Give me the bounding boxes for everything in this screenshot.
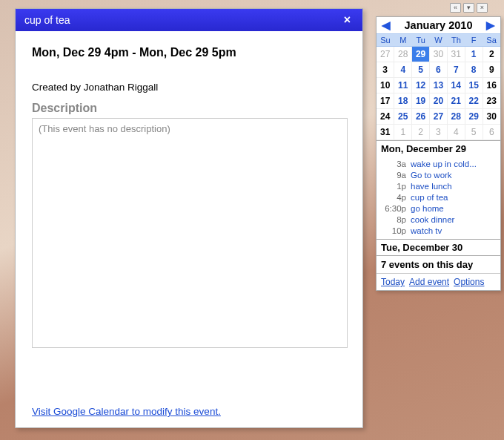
calendar-day-cell[interactable]: 2: [412, 125, 430, 140]
calendar-footer: Today Add event Options: [377, 273, 500, 290]
calendar-day-cell[interactable]: 9: [483, 62, 500, 78]
gadget-more-icon[interactable]: ▾: [463, 3, 474, 13]
calendar-day-cell[interactable]: 21: [447, 93, 465, 109]
calendar-day-cell[interactable]: 4: [447, 125, 465, 140]
event-creator: Created by Jonathan Riggall: [32, 82, 348, 93]
calendar-day-cell[interactable]: 27: [377, 47, 394, 62]
event-time: 3a: [377, 160, 411, 168]
weekday-cell: Tu: [412, 34, 430, 46]
event-time: 4p: [377, 193, 411, 202]
calendar-day-cell[interactable]: 15: [465, 78, 483, 93]
calendar-day-cell[interactable]: 30: [430, 47, 448, 62]
event-row[interactable]: 3awake up in cold...: [377, 158, 500, 169]
event-time: 9a: [377, 171, 411, 180]
event-row[interactable]: 9aGo to work: [377, 169, 500, 180]
event-title[interactable]: Go to work: [411, 171, 497, 180]
calendar-day-cell[interactable]: 5: [465, 125, 483, 140]
calendar-day-cell[interactable]: 31: [377, 125, 394, 140]
calendar-day-cell[interactable]: 31: [447, 47, 465, 62]
event-time: 6:30p: [377, 204, 411, 213]
calendar-day-cell[interactable]: 25: [394, 109, 412, 125]
calendar-day-cell[interactable]: 30: [483, 109, 500, 125]
calendar-day-cell[interactable]: 6: [483, 125, 500, 140]
calendar-day-cell[interactable]: 11: [394, 78, 412, 93]
event-row[interactable]: 6:30pgo home: [377, 203, 500, 214]
calendar-day-cell[interactable]: 19: [412, 93, 430, 109]
event-titlebar: cup of tea ×: [16, 9, 362, 31]
weekday-cell: Th: [447, 34, 465, 46]
add-event-link[interactable]: Add event: [409, 277, 449, 287]
event-title[interactable]: go home: [411, 204, 497, 213]
event-time: 10p: [377, 226, 411, 235]
options-link[interactable]: Options: [454, 277, 484, 287]
description-placeholder: (This event has no description): [39, 123, 170, 134]
event-row[interactable]: 1phave lunch: [377, 180, 500, 191]
calendar-day-cell[interactable]: 24: [377, 109, 394, 125]
calendar-day-cell[interactable]: 22: [465, 93, 483, 109]
gadget-close-icon[interactable]: ×: [477, 3, 488, 13]
description-box: (This event has no description): [32, 118, 348, 348]
calendar-day-cell[interactable]: 16: [483, 78, 500, 93]
calendar-day-cell[interactable]: 5: [412, 62, 430, 78]
month-label: January 2010: [405, 19, 473, 31]
weekday-cell: Sa: [483, 34, 500, 46]
calendar-day-cell[interactable]: 3: [377, 62, 394, 78]
calendar-gadget: ◀ January 2010 ▶ SuMTuWThFSa 27282930311…: [376, 16, 501, 291]
calendar-day-cell[interactable]: 23: [483, 93, 500, 109]
event-row[interactable]: 4pcup of tea: [377, 191, 500, 203]
gadget-prev-icon[interactable]: «: [450, 3, 461, 13]
calendar-day-cell[interactable]: 13: [430, 78, 448, 93]
event-title[interactable]: have lunch: [411, 182, 497, 191]
calendar-header: ◀ January 2010 ▶: [377, 17, 500, 33]
calendar-day-cell[interactable]: 12: [412, 78, 430, 93]
calendar-day-cell[interactable]: 6: [430, 62, 448, 78]
weekday-cell: Su: [377, 34, 394, 46]
calendar-day-cell[interactable]: 10: [377, 78, 394, 93]
event-title[interactable]: cup of tea: [411, 193, 497, 202]
day-events-list: 3awake up in cold...9aGo to work1phave l…: [377, 157, 500, 239]
event-time: 8p: [377, 215, 411, 224]
calendar-day-cell[interactable]: 4: [394, 62, 412, 78]
calendar-day-cell[interactable]: 3: [430, 125, 448, 140]
calendar-day-cell[interactable]: 20: [430, 93, 448, 109]
calendar-day-cell[interactable]: 14: [447, 78, 465, 93]
event-row[interactable]: 10pwatch tv: [377, 225, 500, 236]
event-detail-panel: cup of tea × Mon, Dec 29 4pm - Mon, Dec …: [15, 8, 363, 428]
calendar-day-cell[interactable]: 7: [447, 62, 465, 78]
calendar-day-cell[interactable]: 27: [430, 109, 448, 125]
event-footer: Visit Google Calendar to modify this eve…: [32, 406, 221, 417]
today-link[interactable]: Today: [381, 277, 405, 287]
event-title[interactable]: watch tv: [411, 226, 497, 235]
day-header-1: Mon, December 29: [377, 140, 500, 157]
event-title[interactable]: wake up in cold...: [411, 160, 497, 168]
calendar-day-cell[interactable]: 1: [394, 125, 412, 140]
event-title: cup of tea: [24, 9, 70, 31]
prev-month-icon[interactable]: ◀: [379, 19, 393, 32]
event-row[interactable]: 8pcook dinner: [377, 214, 500, 225]
calendar-day-cell[interactable]: 26: [412, 109, 430, 125]
calendar-day-cell[interactable]: 1: [465, 47, 483, 62]
day-summary: 7 events on this day: [377, 255, 500, 273]
calendar-day-cell[interactable]: 17: [377, 93, 394, 109]
weekday-cell: F: [465, 34, 483, 46]
event-title[interactable]: cook dinner: [411, 215, 497, 224]
calendar-day-cell[interactable]: 8: [465, 62, 483, 78]
weekday-cell: W: [430, 34, 448, 46]
calendar-day-cell[interactable]: 2: [483, 47, 500, 62]
event-body: Mon, Dec 29 4pm - Mon, Dec 29 5pm Create…: [16, 31, 362, 357]
weekday-cell: M: [394, 34, 412, 46]
event-time-range: Mon, Dec 29 4pm - Mon, Dec 29 5pm: [32, 46, 348, 59]
calendar-day-cell[interactable]: 29: [412, 47, 430, 62]
calendar-grid: 2728293031123456789101112131415161718192…: [377, 47, 500, 140]
calendar-day-cell[interactable]: 29: [465, 109, 483, 125]
calendar-day-cell[interactable]: 18: [394, 93, 412, 109]
visit-calendar-link[interactable]: Visit Google Calendar to modify this eve…: [32, 406, 221, 417]
gadget-toolbar: « ▾ ×: [450, 3, 488, 13]
event-time: 1p: [377, 182, 411, 191]
description-label: Description: [32, 102, 348, 115]
close-icon[interactable]: ×: [341, 9, 354, 31]
next-month-icon[interactable]: ▶: [484, 19, 497, 32]
calendar-day-cell[interactable]: 28: [394, 47, 412, 62]
day-header-2: Tue, December 30: [377, 239, 500, 255]
calendar-day-cell[interactable]: 28: [447, 109, 465, 125]
